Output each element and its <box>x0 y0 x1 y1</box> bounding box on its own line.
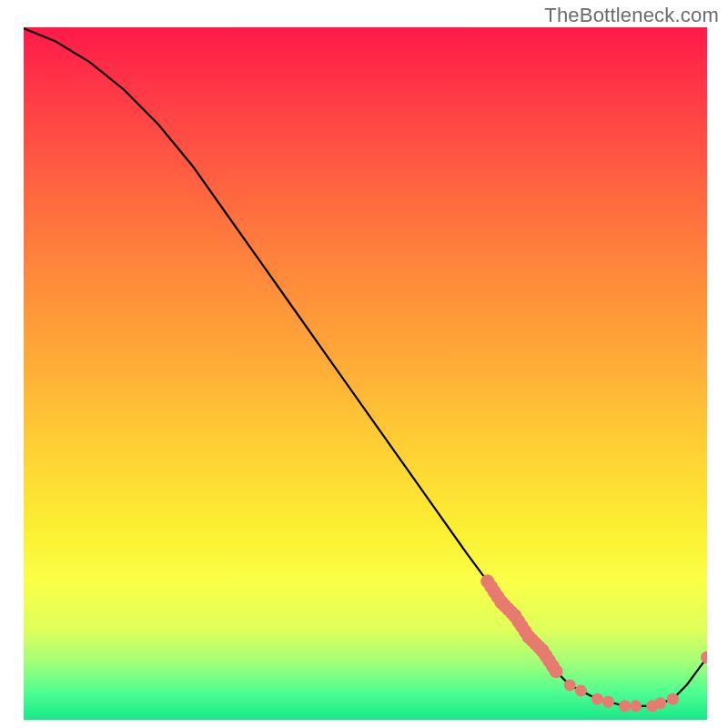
data-marker <box>701 652 707 664</box>
data-marker <box>630 700 642 712</box>
data-marker <box>575 685 587 697</box>
data-marker <box>564 680 576 692</box>
curve-svg <box>21 27 707 720</box>
plot-area <box>21 27 707 720</box>
curve-layer <box>21 27 707 720</box>
plot-left-whitespace <box>21 27 24 720</box>
data-marker <box>619 700 631 712</box>
watermark-text: TheBottleneck.com <box>544 4 719 27</box>
data-marker <box>602 696 614 708</box>
curve-path <box>21 27 707 706</box>
chart-stage: TheBottleneck.com <box>0 0 728 728</box>
marker-group <box>480 574 707 712</box>
data-marker <box>592 693 603 705</box>
data-marker <box>550 664 563 678</box>
data-marker <box>667 693 679 705</box>
data-marker <box>654 697 666 709</box>
